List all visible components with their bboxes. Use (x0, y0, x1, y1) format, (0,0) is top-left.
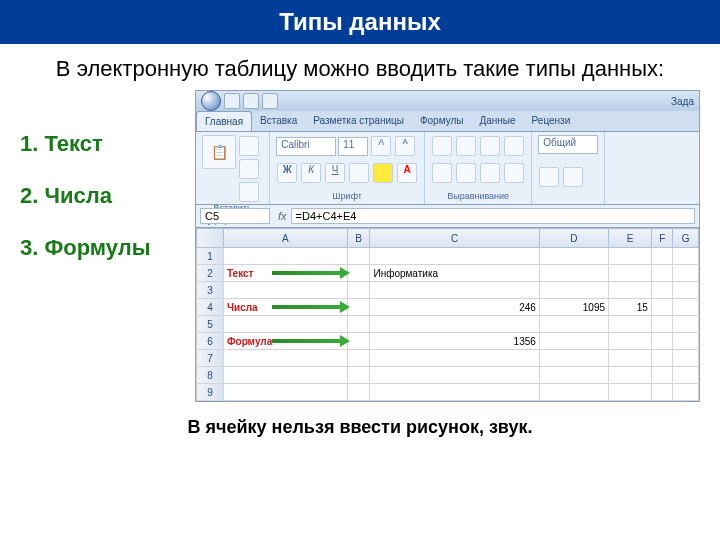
title: Типы данных (279, 8, 441, 35)
qat-save-icon[interactable] (224, 93, 240, 109)
col-e[interactable]: E (609, 229, 652, 248)
copy-icon[interactable] (239, 159, 259, 179)
italic-button[interactable]: К (301, 163, 321, 183)
align-left-icon[interactable] (432, 163, 452, 183)
row-4[interactable]: 4 (197, 299, 224, 316)
col-b[interactable]: B (347, 229, 370, 248)
tab-home[interactable]: Главная (196, 111, 252, 131)
border-icon[interactable] (349, 163, 369, 183)
fx-icon[interactable]: fx (274, 210, 291, 222)
align-top-icon[interactable] (432, 136, 452, 156)
font-name-select[interactable]: Calibri (276, 137, 336, 156)
qat-redo-icon[interactable] (262, 93, 278, 109)
formula-bar-row: C5 fx =D4+C4+E4 (196, 205, 699, 228)
item-2: 2. Числа (20, 183, 195, 209)
col-c[interactable]: C (370, 229, 539, 248)
tab-layout[interactable]: Разметка страницы (305, 111, 412, 131)
font-group-label: Шрифт (276, 191, 418, 201)
cell-grid[interactable]: A B C D E F G 1 2ТекстИнформатика 3 4Чис… (196, 228, 699, 401)
paste-button[interactable]: 📋 (202, 135, 236, 169)
cell-d4[interactable]: 1095 (539, 299, 608, 316)
select-all[interactable] (197, 229, 224, 248)
merge-icon[interactable] (504, 163, 524, 183)
excel-titlebar: Зада (196, 91, 699, 111)
align-group-label: Выравнивание (431, 191, 525, 201)
col-d[interactable]: D (539, 229, 608, 248)
item-3: 3. Формулы (20, 235, 195, 261)
align-right-icon[interactable] (480, 163, 500, 183)
row-5[interactable]: 5 (197, 316, 224, 333)
office-orb-icon[interactable] (201, 91, 221, 111)
tab-insert[interactable]: Вставка (252, 111, 305, 131)
font-size-select[interactable]: 11 (338, 137, 368, 156)
group-clipboard: 📋 Вставить Буфер обмена (196, 132, 270, 204)
col-f[interactable]: F (651, 229, 673, 248)
name-box[interactable]: C5 (200, 208, 270, 224)
group-font: Calibri 11 A A Ж К Ч A Шрифт (270, 132, 425, 204)
tab-formulas[interactable]: Формулы (412, 111, 472, 131)
align-middle-icon[interactable] (456, 136, 476, 156)
currency-icon[interactable] (539, 167, 559, 187)
row-2[interactable]: 2 (197, 265, 224, 282)
bold-button[interactable]: Ж (277, 163, 297, 183)
content: 1. Текст 2. Числа 3. Формулы Зада Главна… (0, 90, 720, 402)
align-bottom-icon[interactable] (480, 136, 500, 156)
qat-undo-icon[interactable] (243, 93, 259, 109)
title-bar: Типы данных (0, 0, 720, 44)
cell-e4[interactable]: 15 (609, 299, 652, 316)
cell-c4[interactable]: 246 (370, 299, 539, 316)
row-7[interactable]: 7 (197, 350, 224, 367)
excel-screenshot: Зада Главная Вставка Разметка страницы Ф… (195, 90, 700, 402)
title-partial: Зада (671, 96, 694, 107)
row-9[interactable]: 9 (197, 384, 224, 401)
format-painter-icon[interactable] (239, 182, 259, 202)
row-3[interactable]: 3 (197, 282, 224, 299)
left-column: 1. Текст 2. Числа 3. Формулы (20, 90, 195, 402)
group-number: Общий (532, 132, 605, 204)
percent-icon[interactable] (563, 167, 583, 187)
tab-review[interactable]: Рецензи (524, 111, 579, 131)
font-color-icon[interactable]: A (397, 163, 417, 183)
tab-data[interactable]: Данные (471, 111, 523, 131)
formula-bar[interactable]: =D4+C4+E4 (291, 208, 695, 224)
underline-button[interactable]: Ч (325, 163, 345, 183)
cell-a6[interactable]: Формула (224, 333, 348, 350)
footer-note: В ячейку нельзя ввести рисунок, звук. (0, 402, 720, 453)
wrap-text-icon[interactable] (504, 136, 524, 156)
cell-c2[interactable]: Информатика (370, 265, 539, 282)
subtitle: В электронную таблицу можно вводить таки… (0, 44, 720, 90)
col-g[interactable]: G (673, 229, 699, 248)
row-8[interactable]: 8 (197, 367, 224, 384)
ribbon-tabs: Главная Вставка Разметка страницы Формул… (196, 111, 699, 132)
col-a[interactable]: A (224, 229, 348, 248)
increase-font-icon[interactable]: A (371, 136, 391, 156)
cell-c6[interactable]: 1356 (370, 333, 539, 350)
align-center-icon[interactable] (456, 163, 476, 183)
fill-color-icon[interactable] (373, 163, 393, 183)
item-1: 1. Текст (20, 131, 195, 157)
number-format-select[interactable]: Общий (538, 135, 598, 154)
cell-a4[interactable]: Числа (224, 299, 348, 316)
ribbon: 📋 Вставить Буфер обмена Calibri 11 A A Ж… (196, 132, 699, 205)
cell-a2[interactable]: Текст (224, 265, 348, 282)
decrease-font-icon[interactable]: A (395, 136, 415, 156)
row-6[interactable]: 6 (197, 333, 224, 350)
cut-icon[interactable] (239, 136, 259, 156)
group-alignment: Выравнивание (425, 132, 532, 204)
row-1[interactable]: 1 (197, 248, 224, 265)
